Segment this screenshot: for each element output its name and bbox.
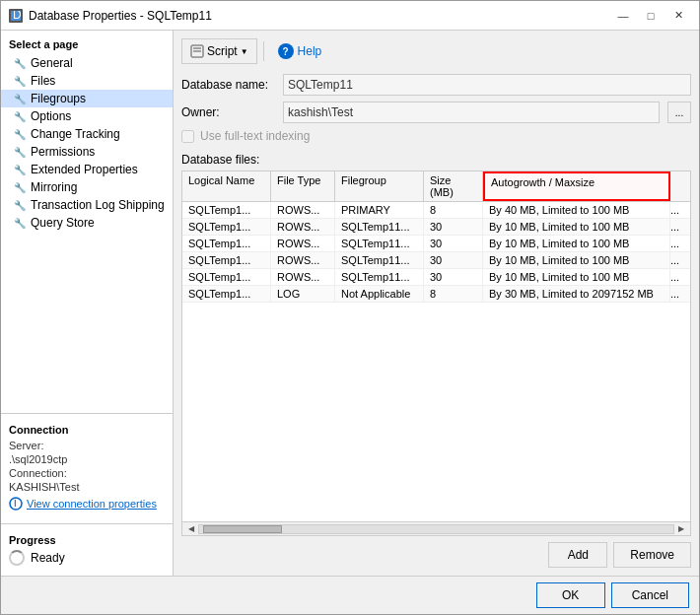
cell-action-2[interactable]: ... <box>670 236 690 251</box>
progress-status: Ready <box>31 551 65 565</box>
cell-filegroup-4: SQLTemp11... <box>335 269 424 285</box>
connection-section: Connection Server: .\sql2019ctp Connecti… <box>1 418 173 519</box>
table-row: SQLTemp1... ROWS... PRIMARY 8 By 40 MB, … <box>182 202 690 219</box>
cell-filetype-3: ROWS... <box>271 252 335 268</box>
cell-logical-4: SQLTemp1... <box>182 269 271 285</box>
main-window: D Database Properties - SQLTemp11 — □ ✕ … <box>0 0 700 615</box>
cell-size-5: 8 <box>424 286 483 302</box>
sidebar-divider-2 <box>1 523 173 524</box>
cell-size-0: 8 <box>424 202 483 218</box>
cell-action-3[interactable]: ... <box>670 252 690 268</box>
close-button[interactable]: ✕ <box>665 5 691 27</box>
header-size: Size (MB) <box>424 171 483 201</box>
permissions-icon: 🔧 <box>13 145 27 159</box>
owner-browse-button[interactable]: ... <box>667 102 691 123</box>
scroll-left-arrow[interactable]: ◀ <box>184 522 198 536</box>
scroll-right-arrow[interactable]: ▶ <box>674 522 688 536</box>
options-icon: 🔧 <box>13 109 27 123</box>
db-name-row: Database name: <box>181 74 691 96</box>
action-section: Add Remove <box>181 542 691 568</box>
sidebar-label-transaction-log: Transaction Log Shipping <box>31 198 165 212</box>
view-connection-link[interactable]: View connection properties <box>27 498 157 510</box>
maximize-button[interactable]: □ <box>638 5 664 27</box>
cell-filetype-4: ROWS... <box>271 269 335 285</box>
footer: OK Cancel <box>1 576 699 614</box>
header-action <box>670 171 690 201</box>
minimize-button[interactable]: — <box>610 5 636 27</box>
owner-input[interactable] <box>283 102 660 123</box>
script-button[interactable]: Script ▼ <box>181 38 257 64</box>
db-name-input[interactable] <box>283 74 691 96</box>
sidebar-item-general[interactable]: 🔧 General <box>1 54 173 72</box>
header-file-type: File Type <box>271 171 335 201</box>
sidebar-header: Select a page <box>1 34 173 54</box>
sidebar-label-extended-properties: Extended Properties <box>31 163 138 176</box>
cancel-button[interactable]: Cancel <box>611 582 689 608</box>
sidebar-item-mirroring[interactable]: 🔧 Mirroring <box>1 178 173 196</box>
form-section: Database name: Owner: ... Use full-text … <box>181 74 691 143</box>
add-button[interactable]: Add <box>548 542 607 568</box>
cell-logical-0: SQLTemp1... <box>182 202 271 218</box>
cell-logical-3: SQLTemp1... <box>182 252 271 268</box>
sidebar-item-query-store[interactable]: 🔧 Query Store <box>1 214 173 232</box>
header-autogrowth: Autogrowth / Maxsize <box>483 171 670 201</box>
sidebar-item-permissions[interactable]: 🔧 Permissions <box>1 143 173 161</box>
cell-size-3: 30 <box>424 252 483 268</box>
sidebar-item-extended-properties[interactable]: 🔧 Extended Properties <box>1 161 173 178</box>
sidebar-divider-1 <box>1 413 173 414</box>
cell-action-5[interactable]: ... <box>670 286 690 302</box>
cell-filetype-1: ROWS... <box>271 219 335 235</box>
ok-button[interactable]: OK <box>536 582 605 608</box>
sidebar-item-files[interactable]: 🔧 Files <box>1 72 173 90</box>
query-store-icon: 🔧 <box>13 216 27 230</box>
fulltext-checkbox <box>181 130 194 143</box>
cell-autogrowth-3: By 10 MB, Limited to 100 MB <box>483 252 670 268</box>
connection-value: KASHISH\Test <box>9 481 165 493</box>
sidebar-label-filegroups: Filegroups <box>31 92 86 105</box>
help-icon: ? <box>278 43 294 59</box>
help-label: Help <box>298 44 322 58</box>
cell-size-1: 30 <box>424 219 483 235</box>
cell-action-0[interactable]: ... <box>670 202 690 218</box>
filegroups-icon: 🔧 <box>13 92 27 105</box>
cell-autogrowth-1: By 10 MB, Limited to 100 MB <box>483 219 670 235</box>
sidebar-item-change-tracking[interactable]: 🔧 Change Tracking <box>1 125 173 143</box>
progress-row: Ready <box>9 550 165 566</box>
sidebar-label-files: Files <box>31 74 55 88</box>
progress-header: Progress <box>9 534 165 546</box>
sidebar-item-options[interactable]: 🔧 Options <box>1 107 173 125</box>
cell-filegroup-0: PRIMARY <box>335 202 424 218</box>
connection-icon: i <box>9 497 23 511</box>
sidebar-item-transaction-log[interactable]: 🔧 Transaction Log Shipping <box>1 196 173 214</box>
cell-action-4[interactable]: ... <box>670 269 690 285</box>
content-area: Select a page 🔧 General 🔧 Files 🔧 Filegr… <box>1 31 699 576</box>
toolbar: Script ▼ ? Help <box>181 38 691 64</box>
cell-logical-2: SQLTemp1... <box>182 236 271 251</box>
window-icon: D <box>9 9 23 23</box>
server-label: Server: <box>9 440 165 451</box>
title-bar: D Database Properties - SQLTemp11 — □ ✕ <box>1 1 699 31</box>
table-header: Logical Name File Type Filegroup Size (M… <box>182 171 690 202</box>
db-name-label: Database name: <box>181 78 275 92</box>
transaction-log-icon: 🔧 <box>13 198 27 212</box>
remove-button[interactable]: Remove <box>613 542 691 568</box>
help-button[interactable]: ? Help <box>270 38 330 64</box>
scrollbar-thumb[interactable] <box>203 525 282 533</box>
cell-action-1[interactable]: ... <box>670 219 690 235</box>
cell-filegroup-2: SQLTemp11... <box>335 236 424 251</box>
sidebar-label-mirroring: Mirroring <box>31 180 77 194</box>
svg-text:D: D <box>13 11 21 21</box>
extended-props-icon: 🔧 <box>13 163 27 176</box>
owner-label: Owner: <box>181 105 275 119</box>
sidebar-label-change-tracking: Change Tracking <box>31 127 120 141</box>
cell-filetype-0: ROWS... <box>271 202 335 218</box>
change-tracking-icon: 🔧 <box>13 127 27 141</box>
progress-spinner <box>9 550 25 566</box>
files-icon: 🔧 <box>13 74 27 88</box>
script-icon <box>190 44 204 58</box>
script-dropdown-arrow: ▼ <box>241 47 248 56</box>
scrollbar-track[interactable] <box>198 524 674 534</box>
progress-section: Progress Ready <box>1 528 173 572</box>
table-row: SQLTemp1... LOG Not Applicable 8 By 30 M… <box>182 286 690 303</box>
sidebar-item-filegroups[interactable]: 🔧 Filegroups <box>1 90 173 107</box>
